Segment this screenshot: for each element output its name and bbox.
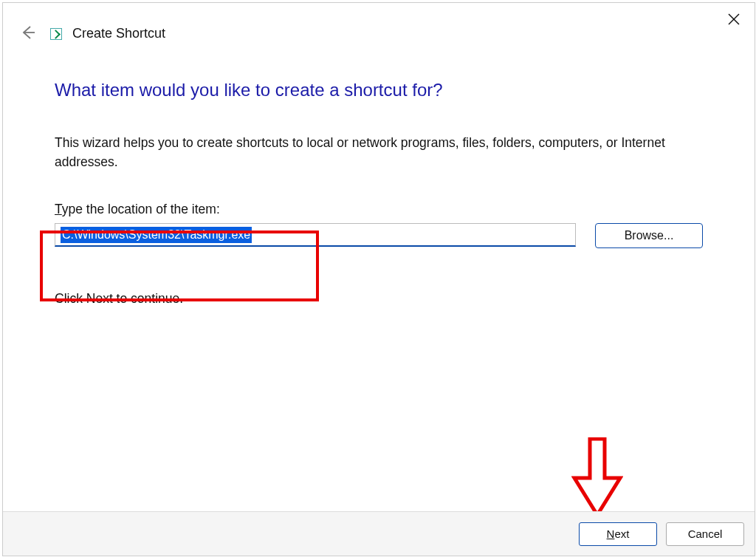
cancel-button[interactable]: Cancel	[666, 522, 744, 546]
next-button[interactable]: Next	[579, 522, 657, 546]
location-row: C:\Windows\System32\Taskmgr.exe Browse..…	[55, 223, 703, 248]
back-button[interactable]	[15, 19, 41, 46]
close-icon	[728, 13, 740, 25]
continue-hint: Click Next to continue.	[55, 291, 703, 307]
page-heading: What item would you like to create a sho…	[55, 80, 703, 100]
browse-button[interactable]: Browse...	[595, 223, 703, 248]
create-shortcut-wizard: Create Shortcut What item would you like…	[2, 2, 755, 556]
location-label: Type the location of the item:	[55, 202, 703, 217]
wizard-description: This wizard helps you to create shortcut…	[55, 133, 703, 172]
window-title: Create Shortcut	[72, 26, 165, 41]
location-input[interactable]	[55, 223, 576, 247]
wizard-content: What item would you like to create a sho…	[3, 50, 755, 307]
back-arrow-icon	[20, 24, 36, 41]
close-button[interactable]	[724, 9, 744, 30]
title-bar: Create Shortcut	[3, 3, 755, 50]
shortcut-icon	[50, 28, 62, 40]
annotation-arrow-icon	[571, 437, 623, 519]
wizard-footer: Next Cancel	[3, 511, 755, 556]
